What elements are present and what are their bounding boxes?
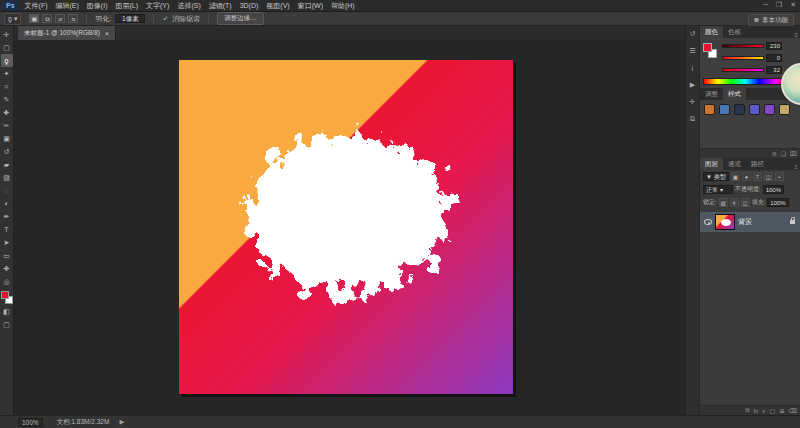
- quick-mask-button[interactable]: ◧: [1, 305, 13, 318]
- lasso-tool[interactable]: ϙ: [1, 54, 13, 67]
- menu-window[interactable]: 窗口(W): [298, 1, 323, 11]
- style-swatch[interactable]: [734, 104, 745, 115]
- dodge-tool[interactable]: ◐: [1, 197, 13, 210]
- navigator-panel-icon[interactable]: ✛: [687, 96, 699, 107]
- clone-stamp-tool[interactable]: ▣: [1, 132, 13, 145]
- tab-swatches[interactable]: 色板: [723, 26, 746, 38]
- menu-image[interactable]: 图像(I): [87, 1, 108, 11]
- red-slider[interactable]: [722, 44, 764, 48]
- healing-brush-tool[interactable]: ✚: [1, 106, 13, 119]
- info-panel-icon[interactable]: ¡: [687, 62, 699, 73]
- link-layers-icon[interactable]: ⧉: [745, 407, 749, 414]
- hand-tool[interactable]: ✥: [1, 262, 13, 275]
- menu-type[interactable]: 文字(Y): [146, 1, 169, 11]
- tab-close-icon[interactable]: ×: [105, 30, 109, 37]
- opacity-value[interactable]: 100%: [763, 185, 784, 194]
- history-panel-icon[interactable]: ↺: [687, 28, 699, 39]
- refine-edge-button[interactable]: 调整边缘…: [217, 12, 264, 25]
- menu-filter[interactable]: 滤镜(T): [209, 1, 232, 11]
- screen-mode-button[interactable]: ▢: [1, 318, 13, 331]
- green-slider[interactable]: [722, 56, 764, 60]
- properties-panel-icon[interactable]: ☰: [687, 45, 699, 56]
- intersect-selection-icon[interactable]: ⧅: [68, 14, 78, 23]
- document-tab[interactable]: 未标题-1 @ 100%(RGB/8) ×: [18, 26, 116, 40]
- document-canvas[interactable]: [179, 60, 513, 394]
- menu-view[interactable]: 视图(V): [266, 1, 289, 11]
- menu-3d[interactable]: 3D(D): [240, 2, 259, 9]
- brush-tool[interactable]: ✏: [1, 119, 13, 132]
- eyedropper-tool[interactable]: ✎: [1, 93, 13, 106]
- move-tool[interactable]: ✛: [1, 28, 13, 41]
- blue-slider[interactable]: [722, 68, 764, 72]
- menu-layer[interactable]: 图层(L): [115, 1, 138, 11]
- feather-input[interactable]: 1像素: [115, 14, 145, 23]
- style-swatch[interactable]: [779, 104, 790, 115]
- layer-visibility-eye-icon[interactable]: [704, 219, 712, 225]
- filter-shape-icon[interactable]: ◫: [764, 172, 773, 181]
- restore-button[interactable]: ❐: [776, 1, 782, 9]
- blur-tool[interactable]: ◌: [1, 184, 13, 197]
- filter-type-icon[interactable]: T: [753, 172, 762, 181]
- zoom-level-field[interactable]: 100%: [18, 418, 43, 427]
- style-swatch[interactable]: [764, 104, 775, 115]
- tab-adjustments[interactable]: 调整: [700, 88, 723, 100]
- actions-panel-icon[interactable]: ▶: [687, 79, 699, 90]
- delete-layer-icon[interactable]: ⌫: [789, 407, 797, 414]
- new-style-icon[interactable]: ❏: [781, 150, 786, 157]
- current-tool-chip[interactable]: ϙ ▾: [4, 13, 21, 25]
- status-options-arrow-icon[interactable]: ▶: [119, 418, 124, 426]
- close-button[interactable]: ✕: [790, 1, 796, 9]
- new-selection-icon[interactable]: ▣: [29, 14, 39, 23]
- clone-source-panel-icon[interactable]: ⧉: [687, 113, 699, 124]
- layer-style-fx-icon[interactable]: fx: [754, 408, 759, 414]
- clear-style-icon[interactable]: ⊘: [772, 150, 777, 157]
- minimize-button[interactable]: ─: [763, 1, 768, 9]
- green-value[interactable]: 0: [766, 54, 782, 62]
- add-selection-icon[interactable]: ⧉: [42, 14, 52, 23]
- tab-channels[interactable]: 通道: [723, 158, 746, 170]
- shape-tool[interactable]: ▭: [1, 249, 13, 262]
- filter-adjustment-icon[interactable]: ●: [742, 172, 751, 181]
- filter-pixel-icon[interactable]: ▣: [731, 172, 740, 181]
- filter-smart-icon[interactable]: ▪: [775, 172, 784, 181]
- style-swatch[interactable]: [749, 104, 760, 115]
- background-layer-row[interactable]: 背景: [700, 212, 800, 232]
- foreground-color-swatch[interactable]: [1, 291, 9, 299]
- menu-edit[interactable]: 编辑(E): [56, 1, 79, 11]
- menu-select[interactable]: 选择(S): [177, 1, 200, 11]
- layer-thumbnail[interactable]: [715, 214, 735, 230]
- fill-value[interactable]: 100%: [767, 198, 788, 207]
- pen-tool[interactable]: ✒: [1, 210, 13, 223]
- history-brush-tool[interactable]: ↺: [1, 145, 13, 158]
- layer-mask-icon[interactable]: ▢: [770, 407, 776, 414]
- blue-value[interactable]: 32: [766, 66, 782, 74]
- red-value[interactable]: 230: [766, 42, 782, 50]
- path-select-tool[interactable]: ➤: [1, 236, 13, 249]
- new-layer-icon[interactable]: ⊞: [779, 407, 784, 414]
- tab-color[interactable]: 颜色: [700, 26, 723, 38]
- blend-mode-select[interactable]: 正常 ▾: [703, 185, 733, 194]
- tab-layers[interactable]: 图层: [700, 158, 723, 170]
- lock-all-icon[interactable]: ◫: [741, 198, 750, 207]
- menu-file[interactable]: 文件(F): [25, 1, 48, 11]
- panel-foreground-swatch[interactable]: [703, 43, 712, 52]
- tab-paths[interactable]: 路径: [746, 158, 769, 170]
- layer-filter-type[interactable]: ▼ 类型: [703, 172, 729, 181]
- lock-position-icon[interactable]: ✛: [730, 198, 739, 207]
- style-swatch[interactable]: [704, 104, 715, 115]
- gradient-tool[interactable]: ▨: [1, 171, 13, 184]
- lock-transparency-icon[interactable]: ▨: [719, 198, 728, 207]
- magic-wand-tool[interactable]: ✦: [1, 67, 13, 80]
- style-swatch[interactable]: [719, 104, 730, 115]
- antialias-checkbox[interactable]: ✓: [162, 15, 168, 23]
- subtract-selection-icon[interactable]: ⧄: [55, 14, 65, 23]
- adjustment-layer-icon[interactable]: ◐: [762, 408, 766, 414]
- crop-tool[interactable]: ⌗: [1, 80, 13, 93]
- marquee-tool[interactable]: ▢: [1, 41, 13, 54]
- type-tool[interactable]: T: [1, 223, 13, 236]
- eraser-tool[interactable]: ▰: [1, 158, 13, 171]
- zoom-tool[interactable]: ◎: [1, 275, 13, 288]
- delete-style-icon[interactable]: ⌧: [790, 150, 797, 157]
- tab-styles[interactable]: 样式: [723, 88, 746, 100]
- menu-help[interactable]: 帮助(H): [331, 1, 355, 11]
